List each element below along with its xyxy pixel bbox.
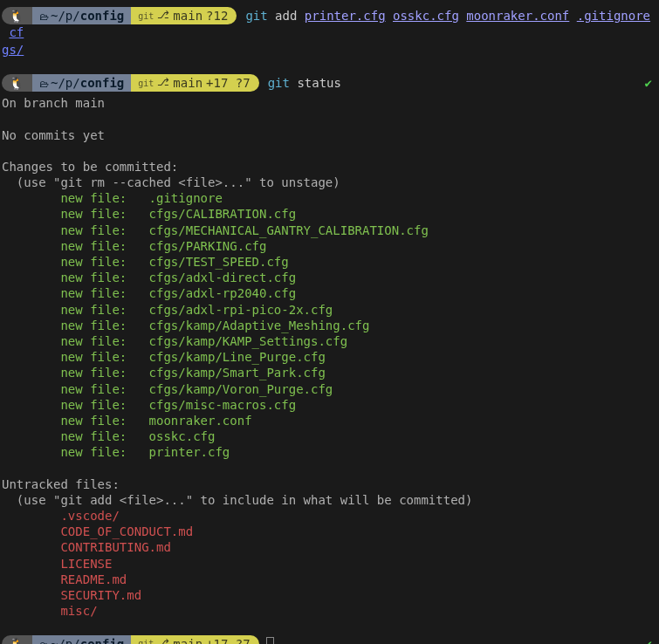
branch-status: +17 ?7 (206, 636, 251, 644)
blank-line (2, 58, 657, 74)
untracked-header: Untracked files: (2, 476, 657, 492)
git-arg[interactable]: add (275, 8, 297, 24)
git-file-arg[interactable]: osskc.cfg (393, 8, 459, 24)
staged-file: new file: cfgs/kamp/Voron_Purge.cfg (2, 381, 657, 397)
penguin-icon: 🐧 (9, 636, 24, 644)
untracked-file: CONTRIBUTING.md (2, 539, 657, 555)
staged-file: new file: cfgs/kamp/Line_Purge.cfg (2, 349, 657, 365)
staged-file: new file: cfgs/adxl-direct.cfg (2, 270, 657, 285)
untracked-file: LICENSE (2, 556, 657, 572)
staged-file: new file: cfgs/kamp/Adaptive_Meshing.cfg (2, 318, 657, 333)
cursor[interactable] (266, 637, 274, 644)
staged-file: new file: cfgs/misc-macros.cfg (2, 397, 657, 413)
branch-name: main (173, 75, 203, 91)
untracked-file: .vscode/ (2, 508, 657, 524)
branch-status: +17 ?7 (206, 75, 251, 91)
untracked-file: misc/ (2, 603, 657, 619)
untracked-file: SECURITY.md (2, 587, 657, 603)
folder-icon (39, 75, 51, 91)
os-segment: 🐧 (2, 7, 32, 24)
git-file-arg[interactable]: printer.cfg (305, 8, 386, 24)
branch-icon: ⎇ (157, 637, 169, 644)
git-file-arg-wrap[interactable]: cf (9, 24, 24, 40)
prompt-line-1-wrap: gs/ (2, 42, 657, 58)
staged-file: new file: cfgs/adxl-rpi-pico-2x.cfg (2, 302, 657, 318)
branch-icon: ⎇ (157, 76, 169, 90)
blank-line (2, 619, 657, 634)
staged-file: new file: cfgs/kamp/KAMP_Settings.cfg (2, 333, 657, 349)
staged-file: new file: cfgs/TEST_SPEED.cfg (2, 254, 657, 270)
path-segment: ~/p/config (32, 74, 131, 92)
path-prefix: ~/p/ (51, 8, 80, 24)
penguin-icon: 🐧 (9, 75, 24, 91)
staged-file: new file: cfgs/PARKING.cfg (2, 238, 657, 254)
output-line: No commits yet (2, 127, 657, 143)
path-segment: ~/p/config (32, 7, 131, 24)
git-arg[interactable]: status (297, 75, 341, 91)
folder-icon (39, 8, 51, 24)
git-command[interactable]: git (245, 8, 267, 24)
prompt-line-1: 🐧~/p/configgit⎇main?12 git add printer.c… (2, 7, 657, 40)
path-dir: config (80, 636, 125, 644)
staged-list: new file: .gitignore new file: cfgs/CALI… (2, 190, 657, 460)
branch-segment: git⎇main+17 ?7 (131, 74, 258, 92)
path-dir: config (80, 8, 125, 24)
blank-line (2, 460, 657, 476)
untracked-list: .vscode/ CODE_OF_CONDUCT.md CONTRIBUTING… (2, 508, 657, 619)
git-file-arg[interactable]: .gitignore (577, 8, 650, 24)
path-dir: config (80, 75, 125, 91)
penguin-icon: 🐧 (9, 8, 24, 24)
check-icon: ✔ (645, 636, 652, 644)
branch-icon: ⎇ (157, 9, 169, 23)
git-command[interactable]: git (268, 75, 290, 91)
blank-line (2, 143, 657, 159)
git-status-output: On branch main No commits yet Changes to… (2, 95, 657, 619)
staged-file: new file: cfgs/MECHANICAL_GANTRY_CALIBRA… (2, 223, 657, 238)
check-icon: ✔ (645, 75, 652, 91)
staged-file: new file: osskc.cfg (2, 428, 657, 444)
git-label: git (138, 78, 154, 89)
branch-name: main (173, 8, 203, 24)
staged-file: new file: cfgs/adxl-rp2040.cfg (2, 285, 657, 301)
untracked-hint: (use "git add <file>..." to include in w… (2, 492, 657, 508)
changes-hint: (use "git rm --cached <file>..." to unst… (2, 175, 657, 190)
branch-segment: git⎇main+17 ?7 (131, 635, 258, 644)
branch-status: ?12 (206, 8, 228, 24)
git-label: git (138, 638, 154, 644)
staged-file: new file: .gitignore (2, 190, 657, 206)
git-label: git (138, 10, 154, 22)
git-file-arg[interactable]: moonraker.conf (466, 8, 569, 24)
changes-header: Changes to be committed: (2, 159, 657, 175)
path-segment: ~/p/config (32, 635, 131, 644)
prompt-line-2: 🐧~/p/configgit⎇main+17 ?7 git status ✔ (2, 74, 657, 92)
blank-line (2, 111, 657, 127)
path-prefix: ~/p/ (51, 75, 80, 91)
prompt-line-3[interactable]: 🐧~/p/configgit⎇main+17 ?7 ✔ (2, 635, 657, 644)
os-segment: 🐧 (2, 74, 32, 92)
staged-file: new file: printer.cfg (2, 444, 657, 460)
staged-file: new file: cfgs/kamp/Smart_Park.cfg (2, 365, 657, 380)
branch-segment: git⎇main?12 (131, 7, 237, 24)
path-prefix: ~/p/ (51, 636, 80, 644)
os-segment: 🐧 (2, 635, 32, 644)
git-file-arg-wrap[interactable]: gs/ (2, 43, 24, 57)
output-line: On branch main (2, 95, 657, 111)
staged-file: new file: moonraker.conf (2, 413, 657, 428)
staged-file: new file: cfgs/CALIBRATION.cfg (2, 206, 657, 222)
branch-name: main (173, 636, 203, 644)
folder-icon (39, 636, 51, 644)
untracked-file: CODE_OF_CONDUCT.md (2, 524, 657, 539)
untracked-file: README.md (2, 572, 657, 587)
